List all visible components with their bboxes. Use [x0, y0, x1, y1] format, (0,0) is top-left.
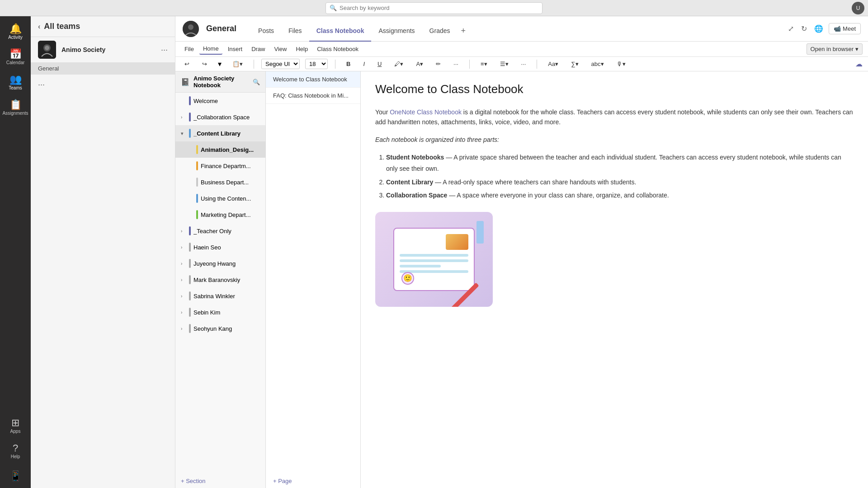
illustration-smiley: 🙂 [401, 272, 414, 285]
copy-format-button[interactable]: 📋▾ [229, 59, 246, 69]
add-tab-button[interactable]: + [458, 20, 470, 41]
search-icon: 🔍 [330, 5, 337, 11]
section-color-bar [189, 308, 191, 317]
back-arrow-icon[interactable]: ‹ [38, 23, 40, 31]
tab-assignments[interactable]: Assignments [371, 21, 422, 42]
bullets-button[interactable]: ≡▾ [477, 59, 491, 69]
more-channels-icon[interactable]: ··· [38, 80, 168, 89]
channel-tabs: Posts Files Class Notebook Assignments G… [251, 16, 469, 41]
section-business[interactable]: Business Depart... [175, 174, 265, 190]
section-content-library[interactable]: ▾ _Content Library [175, 125, 265, 141]
section-color-bar [189, 324, 191, 333]
section-using-content[interactable]: Using the Conten... [175, 190, 265, 206]
expand-icon[interactable]: ⤢ [786, 23, 796, 35]
toolbar-view[interactable]: View [271, 44, 291, 54]
more-format-button[interactable]: ··· [518, 59, 530, 69]
section-color-bar [196, 145, 198, 154]
section-seohyun[interactable]: › Seohyun Kang [175, 320, 265, 337]
team-more-icon[interactable]: ··· [161, 45, 168, 55]
toolbar-help[interactable]: Help [292, 44, 311, 54]
section-sabrina[interactable]: › Sabrina Winkler [175, 288, 265, 304]
teams-sidebar: 🔔 Activity 📅 Calendar 👥 Teams 📋 Assignme… [0, 16, 31, 488]
undo-button[interactable]: ↩ [181, 59, 193, 69]
eraser-button[interactable]: ✏ [432, 59, 444, 69]
italic-button[interactable]: I [359, 59, 368, 69]
sidebar-item-device[interactable]: 📱 [4, 465, 27, 488]
section-marketing[interactable]: Marketing Depart... [175, 206, 265, 223]
notebook-illustration: 🙂 [375, 212, 493, 307]
section-collaboration[interactable]: › _Collaboration Space [175, 109, 265, 125]
page-faq[interactable]: FAQ: Class Notebook in Mi... [266, 88, 360, 104]
toolbar-divider-2 [335, 60, 335, 69]
channel-general[interactable]: General [31, 62, 175, 75]
sidebar-item-calendar[interactable]: 📅 Calendar [4, 45, 27, 69]
section-chevron-icon: › [181, 277, 186, 282]
open-in-browser-button[interactable]: Open in browser ▾ [807, 43, 863, 55]
globe-icon[interactable]: 🌐 [812, 23, 825, 35]
team-item[interactable]: Animo Society ··· [31, 37, 175, 62]
illustration-inner: 🙂 [393, 228, 475, 291]
section-finance[interactable]: Finance Departm... [175, 158, 265, 174]
section-color-bar [189, 275, 191, 284]
add-page-button[interactable]: + Page [266, 474, 360, 488]
styles-button[interactable]: Aa▾ [544, 59, 562, 69]
section-juyeong-hwang[interactable]: › Juyeong Hwang [175, 255, 265, 272]
channel-header-right: ⤢ ↻ 🌐 📹 Meet [786, 23, 861, 35]
teams-list-panel: ‹ All teams Animo Society ··· General ··… [31, 16, 175, 488]
font-name-select[interactable]: Segoe UI [261, 59, 300, 69]
sidebar-item-apps[interactable]: ⊞ Apps [4, 414, 27, 437]
dictate-button[interactable]: 🎙▾ [613, 59, 629, 69]
content-paragraph1: Your OneNote Class Notebook is a digital… [375, 107, 854, 127]
numbering-button[interactable]: ☰▾ [496, 59, 512, 69]
section-welcome[interactable]: Welcome [175, 93, 265, 109]
search-input[interactable] [340, 5, 538, 11]
list-item: Student Notebooks — A private space shar… [386, 152, 854, 174]
tab-grades[interactable]: Grades [422, 21, 458, 42]
spellcheck-button[interactable]: abc▾ [588, 59, 608, 69]
meet-button[interactable]: 📹 Meet [829, 23, 861, 34]
highlight-button[interactable]: 🖊▾ [391, 59, 407, 69]
onenote-link[interactable]: OneNote Class Notebook [390, 108, 462, 116]
illustration-line [400, 254, 468, 257]
activity-icon: 🔔 [9, 24, 22, 34]
tab-files[interactable]: Files [281, 21, 309, 42]
font-size-select[interactable]: 18 [305, 59, 328, 69]
sidebar-item-help[interactable]: ? Help [4, 439, 27, 463]
meet-icon: 📹 [834, 25, 841, 32]
content-heading2: Each notebook is organized into three pa… [375, 135, 854, 145]
section-haein-seo[interactable]: › Haein Seo [175, 239, 265, 255]
sidebar-item-activity[interactable]: 🔔 Activity [4, 20, 27, 43]
add-section-button[interactable]: + Section [175, 474, 265, 488]
list-item: Content Library — A read-only space wher… [386, 177, 854, 188]
font-color-button[interactable]: A▾ [412, 59, 427, 69]
redo-button[interactable]: ↪ [198, 59, 211, 69]
refresh-icon[interactable]: ↻ [799, 23, 809, 35]
underline-button[interactable]: U [374, 59, 385, 69]
team-name: Animo Society [61, 46, 156, 53]
toolbar-insert[interactable]: Insert [224, 44, 246, 54]
bold-button[interactable]: B [343, 59, 354, 69]
sidebar-item-teams[interactable]: 👥 Teams [4, 70, 27, 94]
search-box[interactable]: 🔍 [326, 2, 542, 14]
section-animation[interactable]: Animation_Desig... [175, 141, 265, 158]
notebook-search-icon[interactable]: 🔍 [253, 79, 260, 85]
section-mark[interactable]: › Mark Baranovskiy [175, 272, 265, 288]
sidebar-item-assignments[interactable]: 📋 Assignments [4, 96, 27, 119]
tab-posts[interactable]: Posts [251, 21, 281, 42]
more-button[interactable]: ··· [450, 59, 462, 69]
toolbar-draw[interactable]: Draw [248, 44, 269, 54]
toolbar-home[interactable]: Home [199, 43, 222, 55]
section-sebin[interactable]: › Sebin Kim [175, 304, 265, 320]
avatar[interactable]: U [852, 2, 864, 14]
section-color-bar [189, 226, 191, 235]
toolbar-classnotebook[interactable]: Class Notebook [313, 44, 362, 54]
toolbar-divider-4 [537, 60, 537, 69]
section-chevron-icon: ▾ [181, 131, 186, 136]
section-teacher-only[interactable]: › _Teacher Only [175, 223, 265, 239]
toolbar-file[interactable]: File [181, 44, 198, 54]
calendar-icon: 📅 [9, 49, 22, 59]
tab-class-notebook[interactable]: Class Notebook [309, 21, 372, 42]
math-button[interactable]: ∑▾ [567, 59, 582, 69]
page-welcome[interactable]: Welcome to Class Notebook [266, 71, 360, 88]
toolbar-divider-1 [254, 60, 254, 69]
